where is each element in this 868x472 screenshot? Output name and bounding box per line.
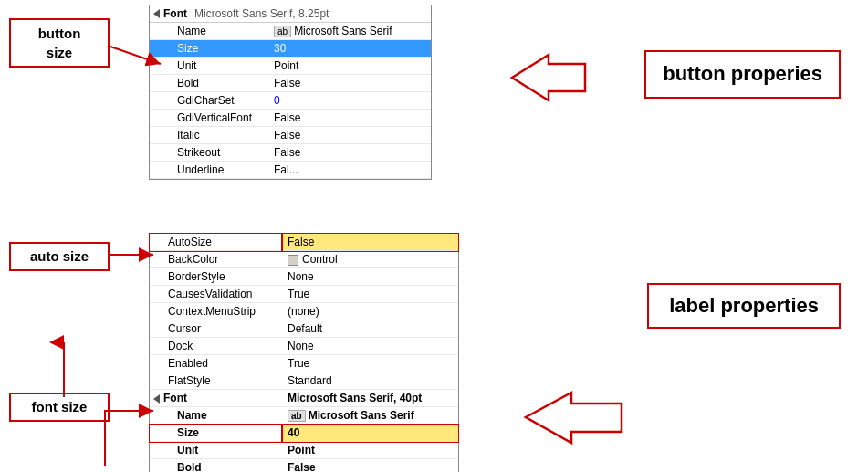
prop-name: Size bbox=[150, 40, 268, 58]
prop-value: 30 bbox=[268, 40, 431, 58]
prop-name: Unit bbox=[150, 442, 282, 459]
table-row: BorderStyle None bbox=[150, 268, 458, 286]
prop-name: Bold bbox=[150, 75, 268, 92]
prop-name: BorderStyle bbox=[150, 268, 282, 286]
svg-marker-3 bbox=[512, 55, 585, 100]
table-row: CausesValidation True bbox=[150, 286, 458, 303]
prop-name: GdiCharSet bbox=[150, 92, 268, 110]
prop-value: False bbox=[268, 127, 431, 144]
expand-icon bbox=[153, 9, 160, 18]
prop-value: 40 bbox=[282, 425, 458, 442]
table-row: GdiCharSet 0 bbox=[150, 92, 431, 110]
prop-name: Bold bbox=[150, 459, 282, 473]
table-row: Name abMicrosoft Sans Serif bbox=[150, 23, 431, 40]
hollow-arrow-bottom-right bbox=[521, 393, 622, 443]
prop-value: Standard bbox=[282, 372, 458, 390]
panel-header: Font Microsoft Sans Serif, 8.25pt bbox=[150, 5, 431, 23]
table-row: FlatStyle Standard bbox=[150, 372, 458, 390]
prop-name: Unit bbox=[150, 58, 268, 75]
prop-value: False bbox=[282, 459, 458, 473]
table-row: Name abMicrosoft Sans Serif bbox=[150, 407, 458, 425]
prop-name: Font bbox=[150, 390, 282, 407]
prop-value: True bbox=[282, 355, 458, 372]
table-row: Underline Fal... bbox=[150, 162, 431, 179]
prop-name: AutoSize bbox=[150, 234, 282, 251]
prop-value: Fal... bbox=[268, 162, 431, 179]
prop-name: Dock bbox=[150, 338, 282, 355]
table-row-size: Size 40 bbox=[150, 425, 458, 442]
prop-name: Strikeout bbox=[150, 144, 268, 162]
prop-name: Italic bbox=[150, 127, 268, 144]
prop-value: abMicrosoft Sans Serif bbox=[282, 407, 458, 425]
table-row: Enabled True bbox=[150, 355, 458, 372]
prop-name: ContextMenuStrip bbox=[150, 303, 282, 320]
table-row: Bold False bbox=[150, 459, 458, 473]
table-row: GdiVerticalFont False bbox=[150, 110, 431, 127]
prop-name: FlatStyle bbox=[150, 372, 282, 390]
prop-value: Point bbox=[268, 58, 431, 75]
table-row: Unit Point bbox=[150, 58, 431, 75]
prop-value: Default bbox=[282, 320, 458, 338]
table-row: Strikeout False bbox=[150, 144, 431, 162]
table-row: Italic False bbox=[150, 127, 431, 144]
prop-value: None bbox=[282, 338, 458, 355]
table-row: AutoSize False bbox=[150, 234, 458, 251]
prop-name: Size bbox=[150, 425, 282, 442]
prop-value: Point bbox=[282, 442, 458, 459]
table-row: Bold False bbox=[150, 75, 431, 92]
prop-name: Name bbox=[150, 407, 282, 425]
prop-value: Microsoft Sans Serif, 40pt bbox=[282, 390, 458, 407]
prop-value: False bbox=[268, 110, 431, 127]
bottom-properties-panel: AutoSize False BackColor Control BorderS… bbox=[149, 233, 459, 472]
prop-name: GdiVerticalFont bbox=[150, 110, 268, 127]
prop-name: Name bbox=[150, 23, 268, 40]
table-row: ContextMenuStrip (none) bbox=[150, 303, 458, 320]
top-properties-panel: Font Microsoft Sans Serif, 8.25pt Name a… bbox=[149, 5, 432, 180]
button-size-annotation: buttonsize bbox=[9, 18, 110, 68]
svg-marker-9 bbox=[526, 393, 622, 443]
prop-value: False bbox=[282, 234, 458, 251]
prop-value: 0 bbox=[268, 92, 431, 110]
prop-name: Underline bbox=[150, 162, 268, 179]
table-row-font-header: Font Microsoft Sans Serif, 40pt bbox=[150, 390, 458, 407]
label-properties-annotation: label properties bbox=[647, 283, 841, 329]
prop-value: False bbox=[268, 144, 431, 162]
font-size-annotation: font size bbox=[9, 393, 110, 422]
table-row: Unit Point bbox=[150, 442, 458, 459]
hollow-arrow-top-right bbox=[503, 55, 585, 100]
prop-name: Cursor bbox=[150, 320, 282, 338]
prop-value: abMicrosoft Sans Serif bbox=[268, 23, 431, 40]
prop-value: True bbox=[282, 286, 458, 303]
font-value: Microsoft Sans Serif, 8.25pt bbox=[194, 7, 329, 20]
properties-table-bottom: AutoSize False BackColor Control BorderS… bbox=[150, 234, 458, 472]
auto-size-annotation: auto size bbox=[9, 242, 110, 271]
prop-name: Enabled bbox=[150, 355, 282, 372]
properties-table-top: Name abMicrosoft Sans Serif Size 30 Unit… bbox=[150, 23, 431, 179]
table-row-selected[interactable]: Size 30 bbox=[150, 40, 431, 58]
prop-name: CausesValidation bbox=[150, 286, 282, 303]
table-row: BackColor Control bbox=[150, 251, 458, 268]
prop-value: False bbox=[268, 75, 431, 92]
table-row: Cursor Default bbox=[150, 320, 458, 338]
prop-name: BackColor bbox=[150, 251, 282, 268]
prop-value: (none) bbox=[282, 303, 458, 320]
table-row: Dock None bbox=[150, 338, 458, 355]
font-label: Font bbox=[163, 7, 187, 20]
button-properties-annotation: button properies bbox=[644, 50, 841, 99]
prop-value: Control bbox=[282, 251, 458, 268]
prop-value: None bbox=[282, 268, 458, 286]
